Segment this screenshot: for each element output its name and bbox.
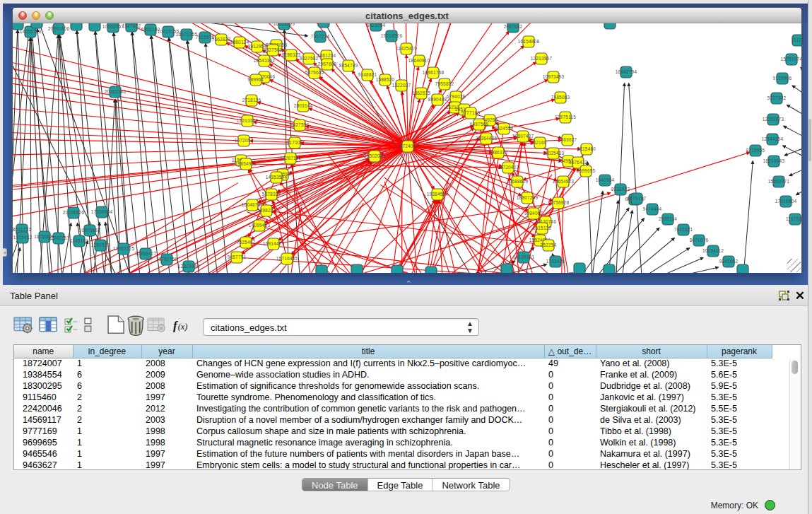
svg-text:20053346: 20053346 [105,89,126,94]
svg-text:19384554: 19384554 [427,192,449,197]
svg-text:9327503: 9327503 [264,47,283,52]
svg-text:16210643: 16210643 [763,158,785,163]
svg-text:16033809: 16033809 [273,23,295,26]
svg-text:1145191: 1145191 [70,238,88,243]
svg-text:917006: 917006 [287,140,303,145]
svg-text:8427552: 8427552 [290,122,310,127]
svg-text:14139141: 14139141 [513,255,535,259]
svg-text:5498222: 5498222 [257,208,276,213]
svg-text:7955812: 7955812 [435,81,454,86]
svg-text:16046730: 16046730 [242,202,264,207]
svg-text:19756928: 19756928 [548,200,570,205]
svg-text:18724007: 18724007 [397,144,419,148]
svg-text:20364436: 20364436 [476,136,498,141]
svg-text:2718126: 2718126 [242,98,261,103]
svg-text:9146821: 9146821 [358,72,377,77]
svg-text:15692971: 15692971 [768,179,790,184]
svg-text:17957225: 17957225 [113,246,135,251]
svg-text:2087682: 2087682 [504,24,523,29]
svg-text:1290513: 1290513 [91,243,110,247]
svg-text:1072052: 1072052 [235,138,254,143]
svg-text:10688609: 10688609 [507,179,529,184]
svg-text:10807487: 10807487 [512,134,534,139]
svg-text:10973493: 10973493 [543,74,565,79]
svg-text:10653267: 10653267 [102,24,124,29]
svg-text:9115460: 9115460 [577,146,596,151]
svg-text:11123: 11123 [792,37,801,42]
svg-text:14099463: 14099463 [249,223,271,228]
svg-text:12093873: 12093873 [763,117,784,122]
svg-text:1167531: 1167531 [786,216,801,221]
svg-text:7986372: 7986372 [489,150,508,155]
svg-text:7632621: 7632621 [674,227,693,232]
svg-text:19218506: 19218506 [381,33,403,38]
svg-text:12213369: 12213369 [237,118,259,123]
svg-text:9227342: 9227342 [767,95,787,100]
svg-text:8938923: 8938923 [611,187,630,192]
svg-text:12213967: 12213967 [531,56,553,61]
svg-text:10782759: 10782759 [156,257,178,262]
svg-text:16643794: 16643794 [616,69,637,74]
svg-text:9245652: 9245652 [719,259,739,264]
svg-text:15716485: 15716485 [276,256,298,261]
svg-text:17359934: 17359934 [91,209,113,214]
svg-text:3624554: 3624554 [495,126,514,131]
svg-text:2803144: 2803144 [294,103,313,108]
svg-text:5461234: 5461234 [317,53,336,58]
svg-text:13267110: 13267110 [280,156,301,160]
svg-text:16154808: 16154808 [518,39,540,44]
svg-text:7357274: 7357274 [311,34,330,39]
svg-text:20206526: 20206526 [63,210,85,215]
svg-text:20691406: 20691406 [48,26,70,31]
svg-text:19654933: 19654933 [235,161,257,166]
svg-text:9876412: 9876412 [569,160,588,165]
svg-text:12923448: 12923448 [178,264,200,269]
svg-text:5878334: 5878334 [262,192,281,197]
svg-text:1527602: 1527602 [122,23,141,28]
svg-text:16961758: 16961758 [423,70,445,75]
svg-text:17016504: 17016504 [775,199,797,204]
svg-text:8813054: 8813054 [367,23,386,28]
svg-text:15751074: 15751074 [781,57,801,62]
svg-text:9084067: 9084067 [524,211,543,216]
svg-text:8501231: 8501231 [13,227,32,232]
svg-text:7663822: 7663822 [212,37,231,42]
svg-text:9699695: 9699695 [577,168,596,173]
svg-text:9463627: 9463627 [558,137,577,142]
svg-text:12975115: 12975115 [555,115,576,119]
svg-text:6794028: 6794028 [447,94,466,99]
svg-text:8990448: 8990448 [428,97,447,102]
svg-text:5875645: 5875645 [305,70,324,75]
svg-text:6497568: 6497568 [470,122,489,127]
svg-text:14353594: 14353594 [266,175,288,180]
svg-text:9327502: 9327502 [300,56,319,61]
svg-text:18807249: 18807249 [517,195,539,200]
svg-text:1588520: 1588520 [376,77,395,82]
svg-text:14055713: 14055713 [20,29,42,34]
svg-text:9777169: 9777169 [461,110,481,115]
svg-text:10958127: 10958127 [135,251,157,256]
svg-text:10654112: 10654112 [702,248,724,253]
svg-text:1322037: 1322037 [392,83,411,88]
svg-text:2967608: 2967608 [318,62,337,66]
svg-text:16914479: 16914479 [263,241,285,246]
svg-text:1640954: 1640954 [596,177,615,182]
svg-text:11325419: 11325419 [396,46,417,51]
svg-text:9474444: 9474444 [643,206,662,211]
svg-text:19654923: 19654923 [553,179,575,184]
svg-text:8471676: 8471676 [690,238,709,243]
svg-text:8215955: 8215955 [746,148,765,153]
svg-text:7625402: 7625402 [237,240,256,245]
svg-text:1362615: 1362615 [412,90,431,95]
svg-text:1915412: 1915412 [13,235,33,240]
svg-text:18640910: 18640910 [408,58,430,63]
svg-text:(x): (x) [178,322,188,332]
svg-text:12444154: 12444154 [762,136,784,141]
svg-text:7485063: 7485063 [551,95,570,100]
svg-text:62160: 62160 [533,140,546,145]
svg-text:1615132: 1615132 [533,226,552,230]
svg-text:9457791: 9457791 [228,255,247,259]
svg-text:10025433: 10025433 [543,151,565,156]
svg-text:8454749: 8454749 [339,63,358,68]
svg-text:25302035: 25302035 [364,153,386,158]
